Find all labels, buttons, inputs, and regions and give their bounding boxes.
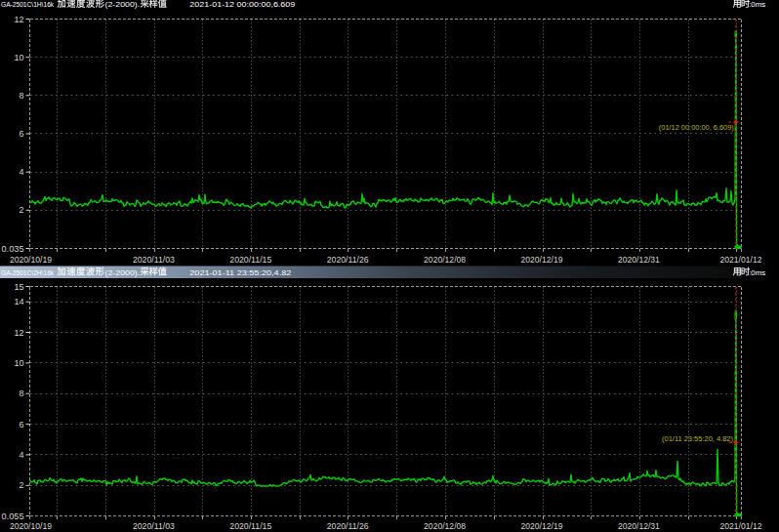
svg-text:4: 4 — [19, 167, 23, 177]
svg-text:2020/12/19: 2020/12/19 — [521, 521, 563, 531]
svg-text:(2-2000).: (2-2000). — [105, 0, 141, 9]
svg-text:14: 14 — [14, 297, 23, 307]
svg-text:2021-01-12 00:00:00,6.609: 2021-01-12 00:00:00,6.609 — [189, 0, 295, 9]
svg-text:10: 10 — [14, 358, 23, 368]
svg-text:6: 6 — [19, 129, 23, 139]
svg-text:6: 6 — [19, 420, 23, 430]
svg-text:0.035: 0.035 — [2, 244, 24, 254]
svg-text:2020/12/31: 2020/12/31 — [618, 521, 660, 531]
svg-text:8: 8 — [19, 389, 23, 398]
svg-text:2020/10/19: 2020/10/19 — [10, 521, 52, 531]
svg-text:2020/12/31: 2020/12/31 — [618, 255, 660, 265]
svg-text:(01/12 00:00:00, 6.609): (01/12 00:00:00, 6.609) — [659, 124, 734, 132]
svg-text:2020/11/03: 2020/11/03 — [133, 255, 175, 265]
svg-text::0ms: :0ms — [749, 0, 765, 9]
svg-text:2020/11/03: 2020/11/03 — [133, 521, 175, 531]
svg-text:2020/12/08: 2020/12/08 — [424, 521, 466, 531]
svg-text:2020/12/19: 2020/12/19 — [521, 255, 563, 265]
svg-text:2021-01-11 23:55:20,4.82: 2021-01-11 23:55:20,4.82 — [189, 268, 291, 277]
svg-text:2020/10/19: 2020/10/19 — [10, 255, 52, 265]
svg-text:(2-2000).: (2-2000). — [105, 268, 141, 277]
svg-text:2021/01/12: 2021/01/12 — [720, 521, 762, 531]
svg-text:4: 4 — [19, 450, 23, 460]
svg-text:0.055: 0.055 — [2, 512, 24, 521]
svg-text:GA-2501C\1H\16k: GA-2501C\1H\16k — [1, 0, 56, 9]
svg-text:(01/11 23:55:20, 4.82): (01/11 23:55:20, 4.82) — [662, 435, 733, 443]
svg-text:GA-2501C\2H\16k: GA-2501C\2H\16k — [1, 268, 56, 277]
svg-text:15: 15 — [14, 282, 23, 292]
svg-text:8: 8 — [19, 91, 23, 101]
svg-text:12: 12 — [14, 328, 23, 338]
svg-text:2: 2 — [19, 480, 23, 490]
svg-text:2020/11/26: 2020/11/26 — [327, 521, 369, 531]
svg-text:2020/11/15: 2020/11/15 — [229, 255, 271, 265]
svg-text:2: 2 — [19, 205, 23, 215]
svg-text:10: 10 — [14, 53, 23, 62]
svg-text:2020/12/08: 2020/12/08 — [424, 255, 466, 265]
svg-text:12: 12 — [14, 15, 23, 24]
svg-text:2021/01/12: 2021/01/12 — [720, 255, 762, 265]
svg-text::0ms: :0ms — [749, 268, 765, 277]
svg-text:2020/11/15: 2020/11/15 — [229, 521, 271, 531]
svg-text:2020/11/26: 2020/11/26 — [327, 255, 369, 265]
